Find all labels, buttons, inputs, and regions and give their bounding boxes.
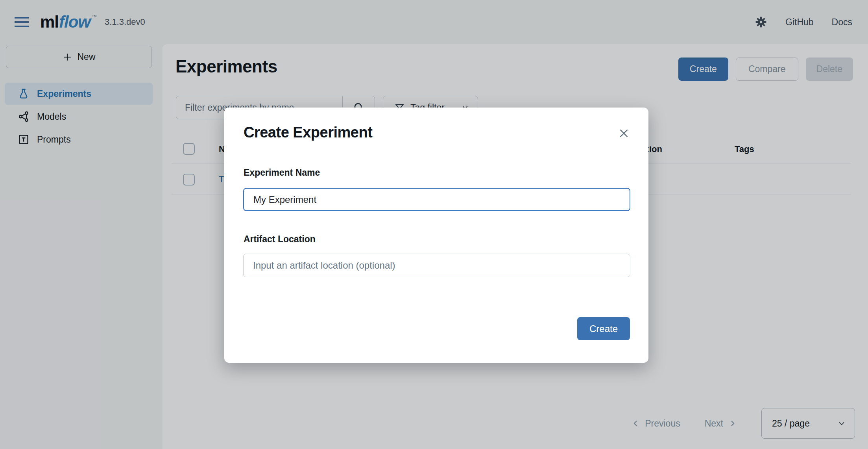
create-experiment-modal: Create Experiment Experiment Name Artifa… [224, 108, 648, 363]
modal-create-button[interactable]: Create [577, 317, 630, 340]
experiment-name-label: Experiment Name [244, 167, 320, 178]
experiment-name-input[interactable] [243, 188, 630, 211]
modal-title: Create Experiment [244, 124, 372, 141]
close-icon[interactable] [616, 126, 631, 141]
mlflow-app: mlflow™ 3.1.3.dev0 GitHub Docs [0, 0, 868, 449]
artifact-location-label: Artifact Location [244, 234, 316, 245]
artifact-location-input[interactable] [243, 254, 630, 277]
